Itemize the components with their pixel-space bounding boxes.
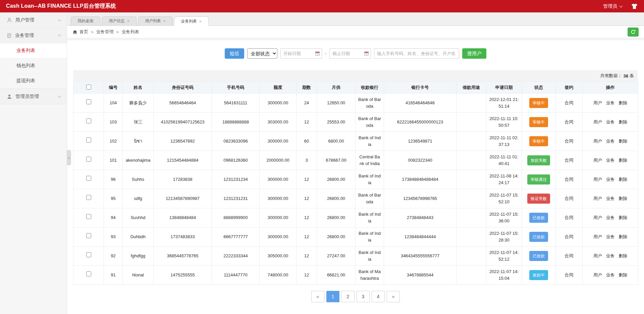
action-delete-link[interactable]: 删除 (619, 177, 627, 182)
status-badge[interactable]: 审核通过 (527, 174, 550, 185)
close-icon[interactable]: × (127, 19, 129, 23)
refresh-button[interactable] (628, 28, 639, 37)
action-delete-link[interactable]: 删除 (619, 272, 627, 277)
tab-user-log[interactable]: 用户日志 × (102, 16, 137, 25)
action-business-link[interactable]: 业务 (606, 100, 615, 105)
row-checkbox[interactable] (86, 99, 91, 104)
contract-link[interactable]: 合同 (565, 234, 574, 239)
row-checkbox[interactable] (86, 118, 91, 123)
action-user-link[interactable]: 用户 (593, 215, 602, 220)
action-user-link[interactable]: 用户 (593, 253, 602, 258)
contract-link[interactable]: 合同 (565, 158, 574, 163)
tab-user-list[interactable]: 用户列表 × (138, 16, 173, 25)
action-business-link[interactable]: 业务 (606, 234, 615, 239)
column-header-id: 编号 (104, 82, 123, 94)
action-delete-link[interactable]: 删除 (619, 253, 627, 258)
sms-button[interactable]: 短信 (225, 48, 244, 59)
refresh-icon (631, 30, 636, 35)
action-user-link[interactable]: 用户 (593, 158, 602, 163)
pagination-page-1[interactable]: 1 (326, 291, 339, 302)
status-badge[interactable]: 放款失败 (527, 155, 550, 166)
sidebar-item-business-management[interactable]: 业务管理 (0, 28, 67, 43)
contract-link[interactable]: 合同 (565, 196, 574, 201)
start-date-input[interactable] (280, 48, 322, 59)
status-badge[interactable]: 已放款 (529, 232, 548, 242)
user-menu[interactable]: 管理员 (603, 3, 622, 9)
pagination-prev-button[interactable]: « (311, 291, 324, 302)
sidebar-item-user-management[interactable]: 用户管理 (0, 12, 67, 28)
action-business-link[interactable]: 业务 (606, 139, 615, 144)
action-user-link[interactable]: 用户 (593, 177, 602, 182)
pagination-page-4[interactable]: 4 (372, 291, 385, 302)
breadcrumb-home[interactable]: 首页 (79, 29, 88, 35)
status-badge[interactable]: 审核中 (529, 117, 548, 127)
status-select[interactable]: 全部状态 (247, 48, 277, 59)
action-delete-link[interactable]: 删除 (619, 234, 627, 239)
contract-link[interactable]: 合同 (565, 177, 574, 182)
action-business-link[interactable]: 业务 (606, 196, 615, 201)
action-business-link[interactable]: 业务 (606, 177, 615, 182)
action-user-link[interactable]: 用户 (593, 234, 602, 239)
sidebar-collapse-handle[interactable]: ‹ (67, 150, 71, 165)
contract-link[interactable]: 合同 (565, 100, 574, 105)
row-checkbox[interactable] (86, 157, 91, 162)
row-checkbox[interactable] (86, 233, 91, 238)
cell-bank: Bank of India (356, 247, 384, 266)
row-checkbox[interactable] (86, 176, 91, 181)
pagination-page-2[interactable]: 2 (341, 291, 355, 302)
sidebar-item-withdraw-list[interactable]: 提现列表 (0, 73, 67, 89)
select-all-checkbox[interactable] (86, 85, 91, 90)
sidebar-item-business-list[interactable]: 业务列表 (0, 43, 67, 58)
action-business-link[interactable]: 业务 (606, 119, 615, 124)
status-badge[interactable]: 审核中 (529, 98, 548, 108)
cell-date: 2022-12-01 21:51:14 (486, 94, 522, 113)
status-badge[interactable]: 放款中 (529, 270, 548, 280)
status-badge[interactable]: 审核中 (529, 136, 548, 147)
status-badge[interactable]: 已放款 (529, 251, 548, 261)
action-delete-link[interactable]: 删除 (619, 139, 627, 144)
action-delete-link[interactable]: 删除 (619, 196, 627, 201)
cell-contract: 合同 (556, 208, 583, 227)
action-business-link[interactable]: 业务 (606, 158, 615, 163)
status-badge[interactable]: 已放款 (529, 213, 548, 223)
sidebar-item-admin-management[interactable]: 管理员管理 (0, 89, 67, 104)
action-user-link[interactable]: 用户 (593, 196, 602, 201)
tab-business-list[interactable]: 业务列表 × (174, 16, 209, 26)
pagination-page-3[interactable]: 3 (357, 291, 370, 302)
cell-actions: 用户 业务 删除 (583, 247, 638, 266)
row-checkbox[interactable] (86, 271, 91, 276)
theme-shirt-icon[interactable] (631, 3, 638, 9)
action-business-link[interactable]: 业务 (606, 215, 615, 220)
action-business-link[interactable]: 业务 (606, 272, 615, 277)
search-user-button[interactable]: 搜用户 (462, 48, 486, 59)
contract-link[interactable]: 合同 (565, 215, 574, 220)
end-date-input[interactable] (329, 48, 371, 59)
tab-my-desktop[interactable]: 我的桌面 (70, 16, 101, 25)
breadcrumb-business-management[interactable]: 业务管理 (96, 29, 114, 35)
action-delete-link[interactable]: 删除 (619, 119, 627, 124)
close-icon[interactable]: × (199, 19, 202, 23)
action-user-link[interactable]: 用户 (593, 139, 602, 144)
row-checkbox[interactable] (86, 138, 91, 143)
action-delete-link[interactable]: 删除 (619, 158, 627, 163)
action-user-link[interactable]: 用户 (593, 100, 602, 105)
close-icon[interactable]: × (163, 19, 166, 23)
contract-link[interactable]: 合同 (565, 139, 574, 144)
cell-date: 2022-11-07 15:52:10 (486, 189, 522, 208)
row-checkbox[interactable] (86, 214, 91, 219)
action-user-link[interactable]: 用户 (593, 272, 602, 277)
sidebar-item-wallet-list[interactable]: 钱包列表 (0, 58, 67, 73)
contract-link[interactable]: 合同 (565, 119, 574, 124)
contract-link[interactable]: 合同 (565, 253, 574, 258)
pagination-next-button[interactable]: » (387, 291, 400, 302)
row-checkbox[interactable] (86, 252, 91, 257)
cell-bank: Bank of India (356, 132, 384, 151)
row-checkbox[interactable] (86, 195, 91, 200)
action-delete-link[interactable]: 删除 (619, 215, 627, 220)
status-badge[interactable]: 验证失败 (527, 194, 550, 204)
action-delete-link[interactable]: 删除 (619, 100, 627, 105)
contract-link[interactable]: 合同 (565, 272, 574, 277)
action-user-link[interactable]: 用户 (593, 119, 602, 124)
action-business-link[interactable]: 业务 (606, 253, 615, 258)
search-input[interactable] (374, 48, 459, 59)
